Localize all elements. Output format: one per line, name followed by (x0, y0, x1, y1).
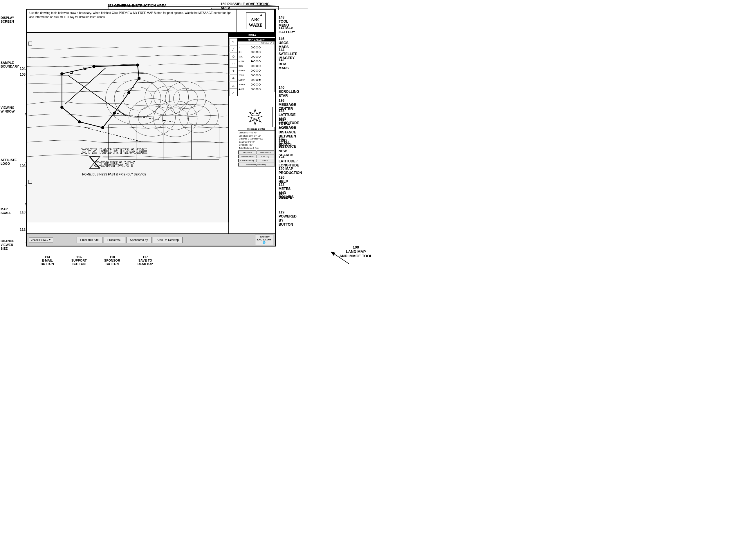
svg-text:Map: Map (253, 118, 257, 120)
rdot-250k-2[interactable] (253, 79, 255, 81)
scale-6k[interactable]: 6K (239, 50, 274, 54)
rdot-24k-3[interactable] (256, 60, 258, 62)
rdot-250k-3[interactable] (256, 79, 258, 81)
scale-1[interactable]: 1 (239, 45, 274, 50)
tool-polygon[interactable]: ⬡ (229, 53, 237, 60)
label-108: 108 (20, 164, 26, 168)
rdot-1m-4[interactable] (259, 88, 261, 90)
tool-extra[interactable]: △ (229, 89, 237, 96)
map-content: XYZ MORTGAGE COMPANY HOME, BUSINESS FAST… (27, 33, 228, 222)
metes-bounds-button[interactable]: Metes/Bounds (238, 154, 256, 158)
scrolling-star[interactable]: Scroll Map (238, 107, 272, 127)
powered-by-button[interactable]: Powered by LNUS.COM 🌐 (255, 234, 273, 245)
rdot-24k-4[interactable] (259, 60, 261, 62)
rdot-6k-2[interactable] (253, 51, 255, 53)
mc-acreage: Acreage=300 (250, 137, 263, 141)
sponsor-button[interactable]: Sponsored by (126, 237, 152, 243)
svg-point-22 (138, 106, 166, 129)
gallery-option1: S1 (261, 42, 264, 44)
preview-map-button[interactable]: Preview My Free Map (238, 163, 274, 166)
rdot-500k-4[interactable] (259, 83, 261, 85)
rdot-12k-3[interactable] (256, 56, 258, 58)
rdot-1m-1[interactable] (251, 88, 253, 90)
mc-distance: Distance 0 (239, 137, 249, 141)
rdot-500k-3[interactable] (256, 83, 258, 85)
affiliate-logo-label: AFFILIATELOGO (1, 158, 17, 165)
svg-text:XYZ MORTGAGE: XYZ MORTGAGE (81, 146, 148, 155)
scale-options: 1 6K (238, 44, 275, 92)
rdot-6k-3[interactable] (256, 51, 258, 53)
tool-cursor[interactable]: ↖ (229, 38, 237, 45)
svg-marker-62 (248, 109, 262, 125)
change-view-dropdown-icon: ▼ (48, 238, 51, 241)
tool-move[interactable]: ✛ (229, 67, 237, 74)
ann-119: 119POWEREDBYBUTTON (279, 210, 297, 226)
rdot-100k-4[interactable] (259, 70, 261, 72)
scale-200k[interactable]: 200K (239, 73, 274, 77)
rdot-200k-1[interactable] (251, 74, 253, 76)
problems-button[interactable]: Problems? (103, 237, 125, 243)
save-desktop-button[interactable]: SAVE to Desktop (153, 237, 183, 243)
ann-150: 150 POSSIBLE ADVERTISING AREA (221, 2, 279, 10)
ann-148-label: 148 TOOL MENU (279, 15, 289, 28)
rdot-12k-2[interactable] (253, 56, 255, 58)
rdot-12k-1[interactable] (251, 56, 253, 58)
mc-dist-acreage: Distance 0 Acreage=300 (239, 137, 274, 141)
rdot-1-1[interactable] (251, 46, 253, 48)
tool-zoom[interactable]: ⊕ (229, 74, 237, 81)
scale-50k[interactable]: 50K (239, 63, 274, 68)
ann-126-label: 126 HELP (279, 175, 288, 183)
letron-button[interactable]: Letron (257, 159, 275, 162)
help-faq-button[interactable]: Help/FAQ (238, 150, 256, 154)
clear-boundary-button[interactable]: Clear Boundary (238, 159, 256, 162)
scale-12k[interactable]: 12K (239, 54, 274, 59)
rdot-6k-1[interactable] (251, 51, 253, 53)
rdot-50k-4[interactable] (259, 65, 261, 67)
gallery-option2: S2L3 (264, 42, 269, 44)
svg-point-29 (93, 65, 95, 68)
rdot-200k-2[interactable] (253, 74, 255, 76)
new-search-button[interactable]: New Search (257, 150, 275, 154)
map-gallery-panel: MAP GALLERY S1 S2L3 S4 8 1 (238, 38, 275, 92)
map-viewing-area[interactable]: XYZ MORTGAGE COMPANY HOME, BUSINESS FAST… (27, 33, 228, 222)
rdot-500k-2[interactable] (253, 83, 255, 85)
rdot-100k-1[interactable] (251, 70, 253, 72)
rdot-200k-3[interactable] (256, 74, 258, 76)
lat-long-button[interactable]: Lat/Long (257, 154, 275, 158)
ann-118-number: 118 (104, 255, 120, 259)
rdot-50k-2[interactable] (253, 65, 255, 67)
rdot-50k-1[interactable] (251, 65, 253, 67)
tool-icons-column: ↖ ╱ ⬡ ⬚ ✛ ⊕ △ △ (229, 38, 238, 96)
rdot-100k-2[interactable] (253, 70, 255, 72)
svg-text:Scroll: Scroll (252, 114, 258, 117)
scale-100k[interactable]: E100K (239, 68, 274, 73)
scale-500k[interactable]: S500K (239, 82, 274, 87)
scale-24k[interactable]: M24K (239, 59, 274, 63)
rdot-1-3[interactable] (256, 46, 258, 48)
rdot-1m-2[interactable] (253, 88, 255, 90)
rdot-1-2[interactable] (253, 46, 255, 48)
tool-line[interactable]: ╱ (229, 46, 237, 52)
rdot-24k-1[interactable] (251, 60, 253, 62)
svg-rect-57 (28, 42, 32, 45)
rdot-200k-4[interactable] (259, 74, 261, 76)
scale-250k[interactable]: L250K m (239, 77, 274, 82)
rdot-12k-4[interactable] (259, 56, 261, 58)
rdot-1m-3[interactable] (256, 88, 258, 90)
tool-select[interactable]: ⬚ (229, 60, 237, 67)
rdot-1-4[interactable] (259, 46, 261, 48)
rdot-50k-3[interactable] (256, 65, 258, 67)
device-screen: Use the drawing tools below to draw a bo… (26, 9, 276, 246)
tool-hand[interactable]: △ (229, 82, 237, 89)
rdot-6k-4[interactable] (259, 51, 261, 53)
mc-total-distance: Total Distance 0 feet (239, 147, 274, 150)
svg-point-26 (187, 106, 210, 126)
rdot-250k-1[interactable] (251, 79, 253, 81)
rdot-24k-2[interactable] (253, 60, 255, 62)
rdot-500k-1[interactable] (251, 83, 253, 85)
rdot-250k-map[interactable]: m (259, 79, 261, 81)
scale-1m[interactable]: ◉1M (239, 87, 274, 91)
email-site-button[interactable]: Email this Site (77, 237, 102, 243)
change-view-button[interactable]: Change view... ▼ (29, 237, 53, 242)
rdot-100k-3[interactable] (256, 70, 258, 72)
